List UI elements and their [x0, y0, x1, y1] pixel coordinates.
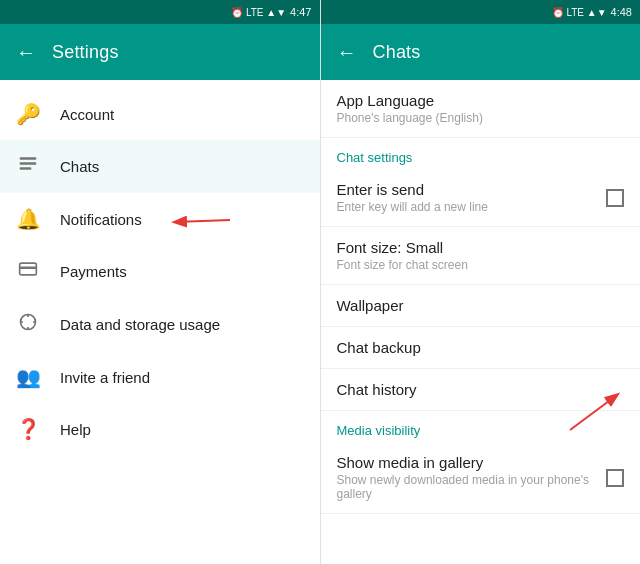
- payments-label: Payments: [60, 263, 127, 280]
- chat-backup-item[interactable]: Chat backup: [321, 327, 641, 369]
- data-label: Data and storage usage: [60, 316, 220, 333]
- media-visibility-header: Media visibility: [321, 411, 641, 442]
- chat-backup-block: Chat backup: [337, 339, 625, 356]
- svg-rect-1: [20, 162, 37, 165]
- svg-rect-0: [20, 157, 37, 160]
- chat-history-title: Chat history: [337, 381, 625, 398]
- chats-icon: [16, 154, 40, 179]
- font-size-item[interactable]: Font size: Small Font size for chat scre…: [321, 227, 641, 285]
- show-media-checkbox[interactable]: [606, 469, 624, 487]
- show-media-block: Show media in gallery Show newly downloa…: [337, 454, 607, 501]
- bell-icon: 🔔: [16, 207, 40, 231]
- svg-rect-4: [20, 267, 37, 270]
- left-status-icons: ⏰ LTE ▲▼: [231, 7, 286, 18]
- show-media-subtitle: Show newly downloaded media in your phon…: [337, 473, 607, 501]
- app-language-subtitle: Phone's language (English): [337, 111, 625, 125]
- right-time: 4:48: [611, 6, 632, 18]
- settings-item-account[interactable]: 🔑 Account: [0, 88, 320, 140]
- show-media-item[interactable]: Show media in gallery Show newly downloa…: [321, 442, 641, 514]
- chats-label: Chats: [60, 158, 99, 175]
- font-size-subtitle: Font size for chat screen: [337, 258, 625, 272]
- settings-item-chats[interactable]: Chats: [0, 140, 320, 193]
- data-icon: [16, 312, 40, 337]
- wallpaper-block: Wallpaper: [337, 297, 625, 314]
- right-header: ← Chats: [321, 24, 641, 80]
- left-time: 4:47: [290, 6, 311, 18]
- show-media-title: Show media in gallery: [337, 454, 607, 471]
- right-status-icons: ⏰ LTE ▲▼: [552, 7, 607, 18]
- settings-item-notifications[interactable]: 🔔 Notifications: [0, 193, 320, 245]
- enter-is-send-checkbox[interactable]: [606, 189, 624, 207]
- svg-rect-2: [20, 167, 32, 170]
- settings-item-data[interactable]: Data and storage usage: [0, 298, 320, 351]
- notifications-label: Notifications: [60, 211, 142, 228]
- left-panel: ⏰ LTE ▲▼ 4:47 ← Settings 🔑 Account Chats…: [0, 0, 321, 564]
- chats-settings-list: App Language Phone's language (English) …: [321, 80, 641, 564]
- left-title: Settings: [52, 42, 119, 63]
- chat-settings-header: Chat settings: [321, 138, 641, 169]
- font-size-title: Font size: Small: [337, 239, 625, 256]
- enter-is-send-subtitle: Enter key will add a new line: [337, 200, 607, 214]
- invite-label: Invite a friend: [60, 369, 150, 386]
- account-label: Account: [60, 106, 114, 123]
- settings-item-help[interactable]: ❓ Help: [0, 403, 320, 455]
- chat-history-item[interactable]: Chat history: [321, 369, 641, 411]
- right-back-button[interactable]: ←: [337, 41, 357, 64]
- left-header: ← Settings: [0, 24, 320, 80]
- enter-is-send-item[interactable]: Enter is send Enter key will add a new l…: [321, 169, 641, 227]
- left-back-button[interactable]: ←: [16, 41, 36, 64]
- wallpaper-title: Wallpaper: [337, 297, 625, 314]
- wallpaper-item[interactable]: Wallpaper: [321, 285, 641, 327]
- settings-item-payments[interactable]: Payments: [0, 245, 320, 298]
- enter-is-send-block: Enter is send Enter key will add a new l…: [337, 181, 607, 214]
- enter-is-send-title: Enter is send: [337, 181, 607, 198]
- help-label: Help: [60, 421, 91, 438]
- invite-icon: 👥: [16, 365, 40, 389]
- chat-history-block: Chat history: [337, 381, 625, 398]
- app-language-item[interactable]: App Language Phone's language (English): [321, 80, 641, 138]
- settings-list: 🔑 Account Chats 🔔 Notifications Payments: [0, 80, 320, 463]
- payments-icon: [16, 259, 40, 284]
- left-status-bar: ⏰ LTE ▲▼ 4:47: [0, 0, 320, 24]
- settings-item-invite[interactable]: 👥 Invite a friend: [0, 351, 320, 403]
- app-language-block: App Language Phone's language (English): [337, 92, 625, 125]
- right-status-bar: ⏰ LTE ▲▼ 4:48: [321, 0, 641, 24]
- key-icon: 🔑: [16, 102, 40, 126]
- chat-backup-title: Chat backup: [337, 339, 625, 356]
- font-size-block: Font size: Small Font size for chat scre…: [337, 239, 625, 272]
- right-title: Chats: [373, 42, 421, 63]
- right-panel: ⏰ LTE ▲▼ 4:48 ← Chats App Language Phone…: [321, 0, 641, 564]
- help-icon: ❓: [16, 417, 40, 441]
- app-language-title: App Language: [337, 92, 625, 109]
